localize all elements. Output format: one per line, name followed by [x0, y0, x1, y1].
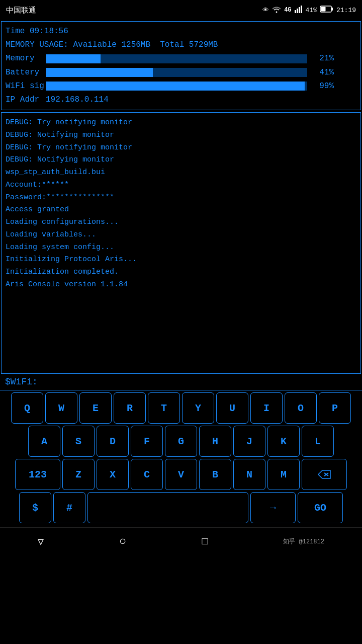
- keyboard-row-3: 123 ZXCVBNM: [1, 459, 361, 490]
- console-line: Initializing Protocol Aris...: [6, 254, 356, 266]
- eye-icon: 👁: [262, 7, 269, 14]
- input-prompt: $WiFi:: [5, 377, 38, 387]
- battery-bar-container: [46, 68, 307, 77]
- battery-label: Battery: [6, 66, 46, 79]
- nav-back-icon[interactable]: ▽: [38, 535, 44, 548]
- wifi-bar-container: [46, 82, 307, 91]
- key-m[interactable]: M: [267, 459, 300, 490]
- svg-rect-1: [297, 9, 298, 13]
- wifi-row: WiFi sig 99%: [6, 79, 356, 93]
- console-line: DEBUG: Try notifying monitor: [6, 117, 356, 129]
- key-a[interactable]: A: [28, 426, 60, 457]
- memory-usage-line: MEMORY USAGE: Available 1256MB Total 572…: [6, 38, 356, 52]
- battery-bar-fill: [46, 68, 153, 77]
- keyboard: QWERTYUIOP ASDFGHJKL 123 ZXCVBNM $ # → G…: [0, 390, 362, 527]
- key-g[interactable]: G: [165, 426, 197, 457]
- key-f[interactable]: F: [131, 426, 163, 457]
- console-output: DEBUG: Try notifying monitorDEBUG: Notif…: [1, 112, 361, 374]
- key-o[interactable]: O: [285, 392, 317, 424]
- key-t[interactable]: T: [148, 392, 180, 424]
- keyboard-row-2: ASDFGHJKL: [1, 426, 361, 457]
- console-line: Aris Console version 1.1.84: [6, 279, 356, 291]
- ip-row: IP Addr 192.168.0.114: [6, 93, 356, 107]
- console-line: DEBUG: Notifying monitor: [6, 154, 356, 167]
- svg-rect-0: [295, 10, 296, 13]
- key-123[interactable]: 123: [15, 459, 60, 490]
- key-space[interactable]: [87, 492, 248, 523]
- time-label: 21:19: [336, 7, 356, 14]
- key-c[interactable]: C: [131, 459, 163, 490]
- key-w[interactable]: W: [45, 392, 77, 424]
- console-line: Access granted: [6, 204, 356, 216]
- key-backspace[interactable]: [302, 459, 347, 490]
- svg-rect-3: [301, 6, 302, 13]
- nav-bar: ▽ ○ □ 知乎 @121812: [0, 527, 362, 555]
- key-x[interactable]: X: [97, 459, 129, 490]
- key-z[interactable]: Z: [62, 459, 95, 490]
- key-go[interactable]: GO: [298, 492, 343, 523]
- keyboard-row-1: QWERTYUIOP: [1, 392, 361, 424]
- ip-label: IP Addr: [6, 93, 46, 107]
- svg-rect-2: [299, 7, 300, 13]
- console-line: Loading variables...: [6, 229, 356, 242]
- console-line: Account:******: [6, 179, 356, 192]
- carrier-label: 中国联通: [6, 6, 36, 15]
- key-y[interactable]: Y: [182, 392, 214, 424]
- memory-bar-container: [46, 54, 307, 63]
- key-dollar[interactable]: $: [19, 492, 51, 523]
- battery-percent-text: 41%: [311, 66, 334, 79]
- key-n[interactable]: N: [233, 459, 265, 490]
- network-type: 4G: [284, 7, 291, 14]
- console-line: Loading configurations...: [6, 216, 356, 229]
- key-v[interactable]: V: [165, 459, 197, 490]
- key-r[interactable]: R: [114, 392, 146, 424]
- wifi-icon: [272, 5, 281, 15]
- input-bar[interactable]: $WiFi:: [0, 374, 362, 390]
- memory-percent: 21%: [311, 52, 334, 65]
- key-s[interactable]: S: [62, 426, 95, 457]
- system-info-panel: Time 09:18:56 MEMORY USAGE: Available 12…: [1, 21, 361, 110]
- battery-icon: [320, 6, 333, 15]
- battery-row: Battery 41%: [6, 66, 356, 79]
- key-p[interactable]: P: [319, 392, 351, 424]
- signal-icon: [295, 5, 303, 15]
- battery-percent: 41%: [306, 7, 317, 14]
- memory-label: Memory: [6, 52, 46, 65]
- key-h[interactable]: H: [199, 426, 231, 457]
- console-line: Initialization completed.: [6, 266, 356, 279]
- console-line: DEBUG: Try notifying monitor: [6, 142, 356, 154]
- ip-value: 192.168.0.114: [46, 93, 109, 107]
- console-line: Loading system config...: [6, 242, 356, 254]
- keyboard-row-4: $ # → GO: [1, 492, 361, 523]
- memory-bar-fill: [46, 54, 101, 63]
- memory-row: Memory 21%: [6, 52, 356, 65]
- watermark: 知乎 @121812: [283, 537, 324, 546]
- console-line: wsp_stp_auth_build.bui: [6, 167, 356, 179]
- key-j[interactable]: J: [233, 426, 265, 457]
- wifi-percent: 99%: [311, 79, 334, 93]
- key-q[interactable]: Q: [11, 392, 43, 424]
- key-hash[interactable]: #: [53, 492, 85, 523]
- key-b[interactable]: B: [199, 459, 231, 490]
- status-bar: 中国联通 👁 4G 41% 21:1: [0, 0, 362, 20]
- nav-recent-icon[interactable]: □: [202, 536, 208, 547]
- wifi-label: WiFi sig: [6, 79, 46, 93]
- key-u[interactable]: U: [216, 392, 248, 424]
- key-d[interactable]: D: [97, 426, 129, 457]
- key-i[interactable]: I: [250, 392, 283, 424]
- svg-rect-6: [331, 8, 333, 11]
- console-line: DEBUG: Notifying monitor: [6, 129, 356, 142]
- time-line: Time 09:18:56: [6, 25, 356, 38]
- svg-rect-5: [321, 7, 325, 12]
- key-e[interactable]: E: [79, 392, 112, 424]
- console-line: Password:***************: [6, 192, 356, 204]
- wifi-bar-fill: [46, 82, 305, 91]
- nav-home-icon[interactable]: ○: [119, 535, 126, 548]
- key-arrow[interactable]: →: [250, 492, 296, 523]
- key-l[interactable]: L: [302, 426, 334, 457]
- key-k[interactable]: K: [267, 426, 300, 457]
